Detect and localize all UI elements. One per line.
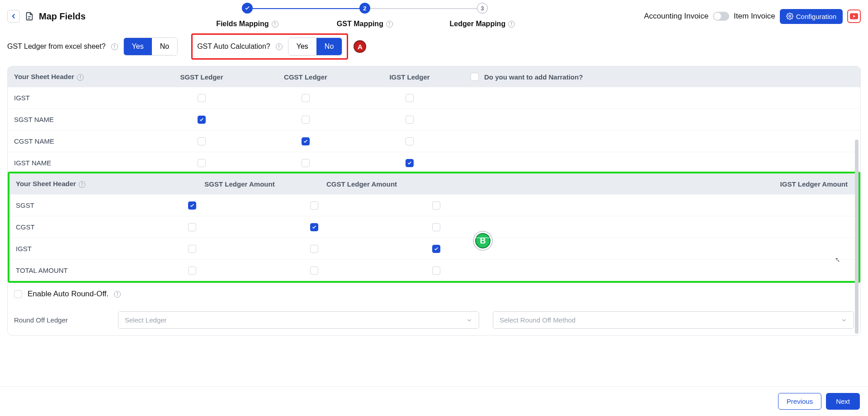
igst-amt-checkbox[interactable]: [432, 245, 440, 253]
page-title: Map Fields: [39, 11, 85, 22]
table1-header: Your Sheet Header! SGST Ledger CGST Ledg…: [8, 66, 860, 87]
select-method-dropdown[interactable]: Select Round Off Method: [493, 311, 854, 329]
igst-checkbox[interactable]: [406, 137, 414, 145]
mapping-card: Your Sheet Header! SGST Ledger CGST Ledg…: [7, 66, 861, 336]
sgst-checkbox[interactable]: [198, 137, 206, 145]
next-button[interactable]: Next: [826, 393, 860, 410]
col-sheet-header: Your Sheet Header: [14, 73, 74, 80]
col-sgst-header: SGST Ledger: [150, 73, 254, 81]
sgst-amt-checkbox[interactable]: [188, 223, 196, 231]
igst-checkbox[interactable]: [406, 159, 414, 167]
step-gst-mapping[interactable]: 2 GST Mapping!: [306, 3, 424, 28]
igst-checkbox[interactable]: [406, 116, 414, 124]
enable-roundoff-checkbox[interactable]: [14, 290, 22, 298]
info-icon[interactable]: !: [276, 43, 283, 50]
row-label: IGST: [14, 94, 150, 102]
youtube-icon: [850, 13, 858, 19]
step-label: Fields Mapping: [216, 20, 269, 28]
col-narration-header: Do you want to add Narration?: [484, 73, 583, 81]
info-icon[interactable]: !: [111, 43, 118, 50]
cgst-amt-checkbox[interactable]: [310, 201, 318, 210]
igst-amt-checkbox[interactable]: [432, 223, 440, 231]
stepper: Fields Mapping! 2 GST Mapping! 3 Ledger …: [189, 3, 541, 28]
scrollbar[interactable]: [855, 140, 859, 334]
gst-ledger-question: GST Ledger from excel sheet?: [7, 42, 106, 51]
step-fields-mapping[interactable]: Fields Mapping!: [189, 3, 306, 28]
cgst-amt-checkbox[interactable]: [310, 223, 318, 231]
row-label: SGST NAME: [14, 116, 150, 123]
config-label: Configuration: [796, 13, 836, 20]
row-label: IGST: [16, 245, 179, 252]
cgst-amt-checkbox[interactable]: [310, 266, 318, 275]
sgst-checkbox[interactable]: [198, 116, 206, 124]
toggle-label-right: Item Invoice: [734, 12, 775, 21]
cgst-checkbox[interactable]: [302, 94, 310, 102]
table-row: IGST NAME: [8, 152, 860, 173]
step-label: Ledger Mapping: [450, 20, 506, 28]
igst-amt-checkbox[interactable]: [432, 266, 440, 275]
step-label: GST Mapping: [337, 20, 383, 28]
configuration-button[interactable]: Configuration: [780, 9, 843, 24]
gst-ledger-yes[interactable]: Yes: [124, 38, 152, 55]
toggle-knob: [714, 13, 721, 20]
invoice-toggle[interactable]: [713, 12, 729, 21]
info-icon[interactable]: !: [114, 291, 121, 298]
info-icon[interactable]: !: [272, 21, 278, 28]
sgst-amt-checkbox[interactable]: [188, 245, 196, 253]
col-igst-header: IGST Ledger: [358, 73, 462, 81]
select-placeholder: Select Ledger: [125, 316, 167, 324]
row-label: IGST NAME: [14, 159, 150, 167]
document-icon: [24, 11, 34, 21]
row-label: SGST: [16, 201, 179, 209]
chevron-down-icon: [466, 317, 472, 323]
gst-ledger-no[interactable]: No: [152, 38, 177, 55]
info-icon[interactable]: !: [386, 21, 393, 28]
sgst-checkbox[interactable]: [198, 94, 206, 102]
narration-checkbox[interactable]: [471, 73, 479, 81]
check-icon: [242, 3, 253, 14]
select-ledger-dropdown[interactable]: Select Ledger: [118, 311, 479, 329]
table2-header: Your Sheet Header! SGST Ledger Amount CG…: [9, 173, 859, 194]
youtube-button[interactable]: [847, 9, 861, 23]
step-ledger-mapping[interactable]: 3 Ledger Mapping!: [424, 3, 541, 28]
cgst-amt-checkbox[interactable]: [310, 245, 318, 253]
step-connector: [253, 8, 359, 9]
step-connector: [370, 8, 477, 9]
annotation-highlight-a: GST Auto Calculation? ! Yes No: [191, 33, 348, 60]
table-row: CGST NAME: [8, 130, 860, 152]
toggle-label-left: Accounting Invoice: [644, 12, 708, 21]
step-number: 2: [359, 3, 370, 14]
back-button[interactable]: [7, 10, 20, 23]
cgst-checkbox[interactable]: [302, 137, 310, 145]
info-icon[interactable]: !: [508, 21, 515, 28]
gst-auto-segment: Yes No: [288, 37, 343, 56]
footer: Previous Next: [0, 386, 868, 416]
roundoff-ledger-label: Round Off Ledger: [14, 316, 104, 324]
select-placeholder: Select Round Off Method: [500, 316, 576, 324]
chevron-down-icon: [841, 317, 847, 323]
enable-roundoff-label: Enable Auto Round-Off.: [28, 290, 108, 299]
col-cgst-amt-header: CGST Ledger Amount: [301, 180, 423, 188]
previous-button[interactable]: Previous: [778, 393, 821, 410]
gst-auto-no[interactable]: No: [316, 38, 342, 55]
sgst-amt-checkbox[interactable]: [188, 266, 196, 275]
table-row: IGST↖: [9, 238, 859, 259]
sgst-checkbox[interactable]: [198, 159, 206, 167]
cgst-checkbox[interactable]: [302, 116, 310, 124]
col-cgst-header: CGST Ledger: [254, 73, 358, 81]
sgst-amt-checkbox[interactable]: [188, 201, 196, 210]
cgst-checkbox[interactable]: [302, 159, 310, 167]
gst-auto-yes[interactable]: Yes: [288, 38, 316, 55]
step-number: 3: [477, 3, 488, 14]
arrow-left-icon: [9, 12, 18, 20]
info-icon[interactable]: !: [77, 74, 84, 81]
row-label: CGST NAME: [14, 137, 150, 145]
igst-amt-checkbox[interactable]: [432, 201, 440, 210]
table-row: CGST: [9, 216, 859, 238]
roundoff-ledger-row: Round Off Ledger Select Ledger Select Ro…: [8, 305, 860, 335]
info-icon[interactable]: !: [79, 181, 85, 188]
table-row: SGST: [9, 194, 859, 216]
igst-checkbox[interactable]: [406, 94, 414, 102]
col-sgst-amt-header: SGST Ledger Amount: [179, 180, 301, 188]
svg-point-0: [789, 15, 791, 17]
